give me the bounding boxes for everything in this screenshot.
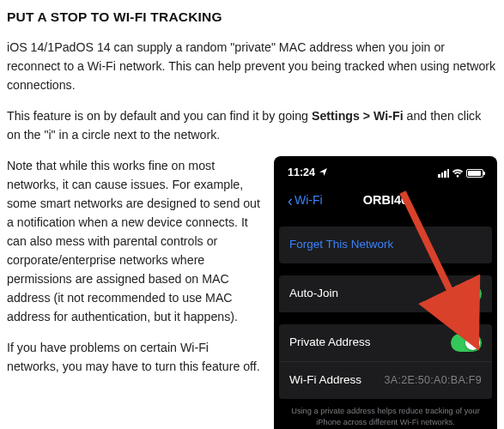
section-heading: PUT A STOP TO WI-FI TRACKING	[7, 7, 497, 27]
wifi-address-label: Wi-Fi Address	[289, 372, 361, 390]
para2-part-a: This feature is on by default and you ca…	[7, 109, 312, 123]
status-time: 11:24	[288, 165, 315, 181]
forget-network-button[interactable]: Forget This Network	[279, 227, 492, 263]
status-bar: 11:24	[279, 163, 492, 186]
nav-bar: ‹ Wi-Fi ORBI46	[279, 186, 492, 219]
private-address-toggle[interactable]	[451, 334, 482, 352]
auto-join-toggle[interactable]	[451, 285, 482, 303]
forget-label: Forget This Network	[289, 236, 393, 254]
battery-icon	[466, 169, 483, 178]
paragraph-caveats: Note that while this works fine on most …	[7, 156, 260, 326]
network-title: ORBI46	[279, 190, 492, 209]
settings-path-strong: Settings > Wi-Fi	[312, 109, 404, 123]
private-address-row[interactable]: Private Address	[279, 324, 492, 361]
screenshot-figure: 11:24 ‹ Wi-Fi ORBI46	[274, 156, 497, 429]
private-address-label: Private Address	[289, 334, 371, 352]
location-arrow-icon	[319, 164, 328, 183]
paragraph-turnoff: If you have problems on certain Wi-Fi ne…	[7, 338, 260, 376]
wifi-address-row: Wi-Fi Address 3A:2E:50:A0:BA:F9	[279, 361, 492, 399]
wifi-signal-icon	[452, 169, 464, 178]
private-address-helper-text: Using a private address helps reduce tra…	[279, 406, 492, 427]
paragraph-intro: iOS 14/1PadOS 14 can supply a random "pr…	[7, 38, 497, 94]
cellular-signal-icon	[438, 169, 449, 178]
wifi-address-value: 3A:2E:50:A0:BA:F9	[385, 372, 483, 389]
auto-join-label: Auto-Join	[289, 285, 338, 303]
auto-join-row[interactable]: Auto-Join	[279, 275, 492, 312]
iphone-screenshot: 11:24 ‹ Wi-Fi ORBI46	[274, 156, 497, 429]
paragraph-settings-path: This feature is on by default and you ca…	[7, 106, 497, 144]
